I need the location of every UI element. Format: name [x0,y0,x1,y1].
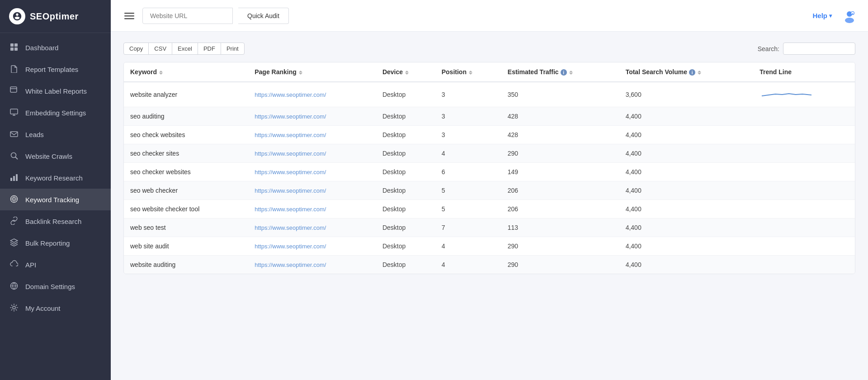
cell-page-ranking: https://www.seoptimer.com/ [248,163,376,181]
cell-estimated-traffic: 290 [501,144,619,163]
sort-icon-keyword [159,71,163,75]
svg-rect-2 [10,48,14,51]
sidebar-item-report-templates[interactable]: Report Templates [0,58,111,80]
cell-total-search-volume: 3,600 [619,82,754,107]
cell-position: 5 [435,200,501,218]
cell-position: 3 [435,82,501,107]
sidebar-item-keyword-research[interactable]: Keyword Research [0,167,111,189]
data-table-wrapper: KeywordPage RankingDevicePositionEstimat… [123,62,855,274]
cell-position: 4 [435,237,501,256]
user-icon-button[interactable]: + [842,8,857,24]
cell-estimated-traffic: 113 [501,218,619,237]
mail-icon [10,130,19,139]
svg-rect-0 [10,43,14,47]
logo-text: SEOptimer [30,11,79,22]
sidebar: SEOptimer Dashboard Report Templates Whi… [0,0,111,380]
sidebar-item-website-crawls[interactable]: Website Crawls [0,145,111,167]
table-row: seo check websiteshttps://www.seoptimer.… [124,126,855,144]
cell-estimated-traffic: 428 [501,126,619,144]
table-print-button[interactable]: Print [221,43,245,55]
cell-total-search-volume: 4,400 [619,181,754,200]
th-page-ranking[interactable]: Page Ranking [248,62,376,82]
sort-icon-position [469,71,472,75]
trend-line-svg [760,88,814,101]
cell-device: Desktop [376,144,435,163]
svg-rect-6 [10,109,18,114]
sort-icon-page-ranking [299,71,302,75]
table-controls: CopyCSVExcelPDFPrint Search: [123,43,855,55]
sidebar-item-dashboard[interactable]: Dashboard [0,37,111,58]
svg-rect-4 [10,87,17,92]
link-icon [10,217,19,226]
hamburger-button[interactable] [122,8,137,24]
cell-estimated-traffic: 290 [501,237,619,256]
info-icon-total-search-volume[interactable]: i [689,69,695,76]
cell-device: Desktop [376,126,435,144]
help-button[interactable]: Help ▾ [812,12,832,19]
info-icon-estimated-traffic[interactable]: i [561,69,567,76]
cell-trend-line [753,256,855,274]
table-body: website analyzerhttps://www.seoptimer.co… [124,82,855,274]
cell-page-ranking: https://www.seoptimer.com/ [248,218,376,237]
sidebar-item-embedding-settings[interactable]: Embedding Settings [0,102,111,124]
sidebar-item-my-account[interactable]: My Account [0,297,111,319]
cell-device: Desktop [376,237,435,256]
table-copy-button[interactable]: Copy [123,43,149,55]
sidebar-item-keyword-tracking[interactable]: Keyword Tracking [0,189,111,210]
file-icon [10,65,19,74]
tag-icon [10,86,19,95]
content-area: CopyCSVExcelPDFPrint Search: KeywordPage… [111,32,868,380]
th-position[interactable]: Position [435,62,501,82]
cell-position: 6 [435,163,501,181]
url-input[interactable] [142,8,233,24]
sidebar-item-api[interactable]: API [0,254,111,276]
sidebar-item-label: Report Templates [25,66,78,73]
sidebar-item-leads[interactable]: Leads [0,124,111,145]
header: Quick Audit Help ▾ + [111,0,868,32]
th-trend-line: Trend Line [753,62,855,82]
cell-page-ranking: https://www.seoptimer.com/ [248,181,376,200]
bar-chart-icon [10,173,19,182]
sidebar-item-label: Backlink Research [25,218,81,225]
sidebar-item-bulk-reporting[interactable]: Bulk Reporting [0,232,111,254]
sort-icon-total-search-volume [698,71,701,75]
table-excel-button[interactable]: Excel [172,43,198,55]
svg-rect-11 [16,174,18,181]
th-total-search-volume[interactable]: Total Search Volumei [619,62,754,82]
cell-total-search-volume: 4,400 [619,126,754,144]
cell-trend-line [753,126,855,144]
cell-device: Desktop [376,256,435,274]
cell-device: Desktop [376,200,435,218]
sidebar-logo: SEOptimer [0,0,111,33]
sidebar-item-backlink-research[interactable]: Backlink Research [0,210,111,232]
cell-total-search-volume: 4,400 [619,163,754,181]
search-input[interactable] [783,43,855,55]
sidebar-item-label: Website Crawls [25,152,72,160]
cell-page-ranking: https://www.seoptimer.com/ [248,256,376,274]
table-head: KeywordPage RankingDevicePositionEstimat… [124,62,855,82]
quick-audit-button[interactable]: Quick Audit [238,8,289,24]
cell-keyword: website auditing [124,256,248,274]
sidebar-item-label: Embedding Settings [25,109,86,117]
table-row: web seo testhttps://www.seoptimer.com/De… [124,218,855,237]
table-row: seo web checkerhttps://www.seoptimer.com… [124,181,855,200]
svg-rect-19 [124,18,134,19]
sidebar-item-white-label-reports[interactable]: White Label Reports [0,80,111,102]
cell-trend-line [753,144,855,163]
cell-trend-line [753,218,855,237]
search-icon [10,152,19,161]
th-keyword[interactable]: Keyword [124,62,248,82]
table-csv-button[interactable]: CSV [148,43,172,55]
sidebar-item-domain-settings[interactable]: Domain Settings [0,276,111,297]
table-row: website auditinghttps://www.seoptimer.co… [124,256,855,274]
grid-icon [10,43,19,52]
target-icon [10,195,19,204]
cell-estimated-traffic: 149 [501,163,619,181]
th-estimated-traffic[interactable]: Estimated Traffici [501,62,619,82]
cell-keyword: seo website checker tool [124,200,248,218]
cell-page-ranking: https://www.seoptimer.com/ [248,126,376,144]
cell-estimated-traffic: 428 [501,107,619,126]
table-pdf-button[interactable]: PDF [198,43,221,55]
th-device[interactable]: Device [376,62,435,82]
gear-icon [10,304,19,313]
